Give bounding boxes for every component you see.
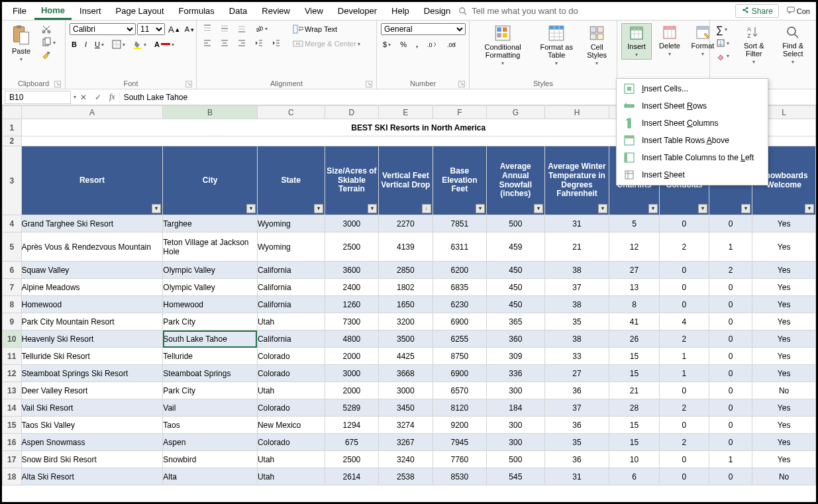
cell[interactable]: California xyxy=(257,296,325,313)
filter-dropdown-icon[interactable]: ▾ xyxy=(698,204,707,213)
cell[interactable]: 675 xyxy=(325,434,378,451)
cell[interactable]: 3000 xyxy=(379,382,433,399)
tab-help[interactable]: Help xyxy=(385,3,416,19)
cell[interactable]: 2 xyxy=(709,262,752,279)
cell[interactable]: 6 xyxy=(609,468,659,485)
cell[interactable]: 2500 xyxy=(325,451,378,468)
cell[interactable]: 2000 xyxy=(325,348,378,365)
cell[interactable]: 2 xyxy=(659,232,709,262)
column-header[interactable]: F xyxy=(433,106,486,119)
column-header[interactable]: B xyxy=(163,106,258,119)
cell[interactable]: 9200 xyxy=(433,417,486,434)
cell[interactable]: 500 xyxy=(487,215,545,232)
cell[interactable]: 336 xyxy=(487,365,545,382)
cell[interactable]: 309 xyxy=(487,348,545,365)
cell[interactable]: Colorado xyxy=(257,348,325,365)
cell[interactable]: Utah xyxy=(257,468,325,485)
cell[interactable]: 0 xyxy=(709,417,752,434)
cell[interactable]: 3200 xyxy=(379,313,433,330)
cell[interactable]: 4139 xyxy=(379,232,433,262)
find-select-button[interactable]: Find & Select▾ xyxy=(774,23,812,66)
cell[interactable]: California xyxy=(257,262,325,279)
cell[interactable]: Après Vous & Rendezvous Mountain xyxy=(21,232,163,262)
fx-icon[interactable]: fx xyxy=(105,92,119,102)
cell[interactable]: New Mexico xyxy=(257,417,325,434)
format-as-table-button[interactable]: Format as Table▾ xyxy=(535,23,578,68)
table-header[interactable]: Resort▾ xyxy=(21,146,163,215)
cell[interactable]: 2850 xyxy=(379,262,433,279)
filter-dropdown-icon[interactable]: ▾ xyxy=(598,204,607,213)
cell[interactable]: Yes xyxy=(752,451,816,468)
cell[interactable]: Vail xyxy=(163,399,258,417)
cell[interactable]: Colorado xyxy=(257,399,325,417)
cell[interactable]: 0 xyxy=(709,330,752,348)
menu-insert-sheet-rows[interactable]: Insert Sheet Rows xyxy=(617,97,768,115)
tab-file[interactable]: File xyxy=(6,3,33,19)
cell[interactable]: Alta Ski Resort xyxy=(21,468,163,485)
cell[interactable]: 3000 xyxy=(325,215,378,232)
cell[interactable]: 6835 xyxy=(433,279,486,296)
cell[interactable]: 15 xyxy=(609,348,659,365)
cell[interactable]: 0 xyxy=(659,262,709,279)
cell[interactable]: 0 xyxy=(709,399,752,417)
cell[interactable]: 0 xyxy=(709,296,752,313)
cell[interactable]: 0 xyxy=(709,313,752,330)
cell[interactable]: 2500 xyxy=(325,232,378,262)
cell[interactable]: 8120 xyxy=(433,399,486,417)
filter-dropdown-icon[interactable]: ▾ xyxy=(476,204,485,213)
cell[interactable]: 0 xyxy=(659,382,709,399)
wrap-text-button[interactable]: Wrap Text xyxy=(291,23,362,35)
cell[interactable]: Steamboat Springs xyxy=(163,365,258,382)
cell[interactable]: 15 xyxy=(609,434,659,451)
cell[interactable]: Yes xyxy=(752,330,816,348)
filter-dropdown-icon[interactable]: ▾ xyxy=(741,204,750,213)
cell[interactable]: 0 xyxy=(659,296,709,313)
cell[interactable]: 6570 xyxy=(433,382,486,399)
cell[interactable]: 0 xyxy=(709,215,752,232)
cell[interactable]: 21 xyxy=(544,232,609,262)
cell[interactable]: 2000 xyxy=(325,382,378,399)
cell[interactable]: Yes xyxy=(752,313,816,330)
cell[interactable]: 38 xyxy=(544,262,609,279)
cell[interactable]: Park City xyxy=(163,313,258,330)
cell[interactable]: Park City xyxy=(163,382,258,399)
cell[interactable]: 21 xyxy=(609,382,659,399)
increase-decimal-button[interactable]: .0 xyxy=(425,39,440,50)
cell[interactable]: 0 xyxy=(659,279,709,296)
tab-insert[interactable]: Insert xyxy=(73,3,108,19)
cell[interactable]: 4 xyxy=(659,313,709,330)
cell[interactable]: 31 xyxy=(544,468,609,485)
underline-button[interactable]: U▾ xyxy=(93,40,106,49)
cell[interactable]: 2 xyxy=(659,434,709,451)
cell[interactable]: 1 xyxy=(659,365,709,382)
cell[interactable]: Wyoming xyxy=(257,215,325,232)
cell[interactable]: 36 xyxy=(544,451,609,468)
cell[interactable]: 5 xyxy=(609,215,659,232)
sort-filter-button[interactable]: AZ Sort & Filter▾ xyxy=(737,23,771,66)
italic-button[interactable]: I xyxy=(83,40,89,49)
comments-button[interactable]: Con xyxy=(784,5,812,17)
cell[interactable]: 2270 xyxy=(379,215,433,232)
cell[interactable]: 15 xyxy=(609,417,659,434)
menu-insert-table-columns-left[interactable]: Insert Table Columns to the Left xyxy=(617,149,768,166)
cell[interactable]: 0 xyxy=(659,417,709,434)
filter-dropdown-icon[interactable]: ↓ xyxy=(422,204,431,213)
cell[interactable]: Snow Bird Ski Resort xyxy=(21,451,163,468)
select-all-corner[interactable] xyxy=(3,106,22,119)
filter-dropdown-icon[interactable]: ▾ xyxy=(534,204,543,213)
cell[interactable]: No xyxy=(752,382,816,399)
table-header[interactable]: Size/Acres of Skiable Terrain▾ xyxy=(325,146,378,215)
decrease-decimal-button[interactable]: .00 xyxy=(445,39,460,50)
cell[interactable]: Deer Valley Resort xyxy=(21,382,163,399)
cell[interactable]: 0 xyxy=(709,279,752,296)
cell[interactable]: Yes xyxy=(752,434,816,451)
cell[interactable]: Olympic Valley xyxy=(163,262,258,279)
cell[interactable]: 37 xyxy=(544,279,609,296)
cell[interactable]: 184 xyxy=(487,399,545,417)
cell[interactable]: 6311 xyxy=(433,232,486,262)
cell[interactable]: 545 xyxy=(487,468,545,485)
cell[interactable]: Targhee xyxy=(163,215,258,232)
cell[interactable]: Alta xyxy=(163,468,258,485)
cell[interactable]: Yes xyxy=(752,365,816,382)
cell[interactable]: 1260 xyxy=(325,296,378,313)
